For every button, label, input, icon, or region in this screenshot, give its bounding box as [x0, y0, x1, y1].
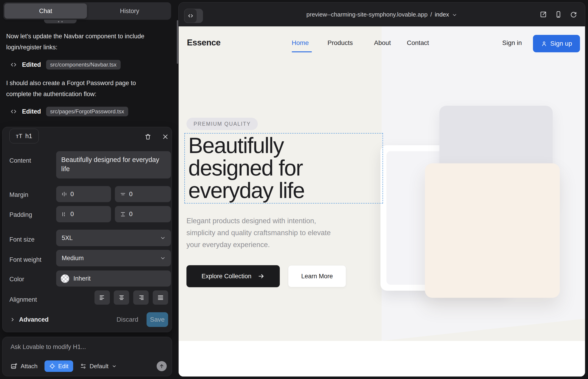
margin-x-input[interactable]: 0 — [56, 186, 111, 202]
url-host: preview--charming-site-symphony.lovable.… — [306, 11, 428, 18]
font-size-label: Font size — [9, 236, 35, 243]
code-icon — [10, 61, 17, 68]
attach-label: Attach — [21, 363, 38, 370]
font-size-select[interactable]: 5XL — [56, 230, 171, 246]
advanced-label: Advanced — [19, 316, 49, 323]
discard-button[interactable]: Discard — [117, 316, 138, 323]
sign-in-link[interactable]: Sign in — [502, 39, 522, 47]
chevron-right-icon — [10, 317, 15, 322]
nav-link-products[interactable]: Products — [327, 39, 353, 47]
sign-up-label: Sign up — [550, 40, 572, 47]
margin-vertical-icon — [120, 191, 126, 197]
align-right-button[interactable] — [133, 290, 149, 305]
url-separator: / — [431, 11, 432, 18]
close-editor-button[interactable] — [161, 133, 170, 141]
open-external-button[interactable] — [540, 11, 547, 18]
edited-file-chip[interactable]: src/pages/ForgotPassword.tsx — [46, 107, 128, 116]
nav-link-home[interactable]: Home — [292, 39, 309, 47]
chevron-down-icon — [112, 364, 117, 369]
nav-link-contact[interactable]: Contact — [407, 39, 429, 47]
refresh-button[interactable] — [570, 11, 577, 18]
edited-label: Edited — [22, 108, 41, 115]
chevron-down-icon — [452, 12, 457, 18]
margin-x-value: 0 — [70, 191, 74, 198]
padding-y-input[interactable]: 0 — [115, 206, 171, 222]
assistant-message: I should also create a Forgot Password p… — [6, 78, 154, 100]
edit-label: Edit — [58, 363, 69, 370]
default-mode-select[interactable]: Default — [80, 363, 117, 370]
margin-horizontal-icon — [61, 191, 67, 197]
padding-y-value: 0 — [129, 211, 133, 218]
assistant-message: Now let's update the Navbar component to… — [6, 31, 154, 53]
align-center-icon — [118, 294, 125, 301]
margin-label: Margin — [9, 191, 29, 198]
url-bar[interactable]: preview--charming-site-symphony.lovable.… — [179, 2, 585, 26]
save-button[interactable]: Save — [147, 312, 168, 327]
align-left-button[interactable] — [94, 290, 110, 305]
explore-collection-label: Explore Collection — [201, 273, 252, 280]
margin-y-input[interactable]: 0 — [115, 186, 171, 202]
padding-label: Padding — [9, 211, 32, 218]
content-input[interactable]: Beautifully designed for everyday life — [56, 151, 171, 178]
align-center-button[interactable] — [114, 290, 129, 305]
color-picker[interactable]: Inherit — [56, 270, 171, 286]
advanced-toggle[interactable]: Advanced — [10, 316, 49, 323]
tab-chat[interactable]: Chat — [4, 3, 87, 19]
hero-cta-row: Explore Collection Learn More — [186, 265, 346, 287]
sign-up-button[interactable]: Sign up — [533, 35, 580, 52]
premium-badge: PREMIUM QUALITY — [186, 118, 258, 130]
composer-toolbar: Attach Edit Default — [11, 360, 167, 372]
alignment-label: Alignment — [9, 296, 37, 303]
delete-element-button[interactable] — [144, 133, 152, 141]
chevron-down-icon — [160, 255, 166, 261]
mobile-device-icon — [555, 11, 562, 18]
site-viewport: Essence Home Products About Contact Sign… — [179, 26, 585, 377]
external-link-icon — [540, 11, 547, 18]
align-right-icon — [138, 294, 144, 301]
prompt-input[interactable] — [11, 344, 164, 357]
chat-scrollbar[interactable] — [177, 20, 178, 64]
font-weight-value: Medium — [62, 255, 84, 262]
color-value: Inherit — [73, 275, 91, 282]
font-weight-select[interactable]: Medium — [56, 250, 171, 266]
explore-collection-button[interactable]: Explore Collection — [186, 265, 280, 287]
padding-x-input[interactable]: 0 — [56, 206, 111, 222]
user-icon — [541, 41, 547, 47]
close-icon — [162, 134, 169, 140]
color-swatch — [61, 274, 69, 283]
selected-element-tag[interactable]: тT h1 — [9, 129, 39, 143]
edit-mode-button[interactable]: Edit — [45, 360, 73, 372]
browser-actions — [540, 2, 577, 26]
chat-history-tabs: Chat History — [3, 2, 171, 20]
element-editor-panel: тT h1 Content Beautifully designed for e… — [2, 127, 172, 332]
padding-x-value: 0 — [70, 211, 74, 218]
default-label: Default — [90, 363, 108, 370]
attach-button[interactable]: Attach — [11, 363, 38, 370]
send-button[interactable] — [157, 361, 167, 371]
nav-link-about[interactable]: About — [374, 39, 391, 47]
chat-panel: Chat History Now let's update the Navbar… — [0, 0, 178, 379]
tab-history[interactable]: History — [88, 2, 171, 20]
align-justify-button[interactable] — [153, 290, 168, 305]
edited-label: Edited — [22, 61, 41, 68]
content-label: Content — [9, 157, 31, 164]
font-size-value: 5XL — [62, 235, 73, 242]
edited-file-row: Edited src/pages/ForgotPassword.tsx — [10, 106, 128, 117]
align-left-icon — [99, 294, 106, 301]
site-logo[interactable]: Essence — [187, 38, 221, 47]
font-weight-label: Font weight — [9, 256, 42, 263]
padding-vertical-icon — [120, 211, 126, 217]
learn-more-button[interactable]: Learn More — [288, 265, 346, 287]
element-tag-label: h1 — [25, 133, 32, 140]
sliders-icon — [80, 363, 86, 369]
hero-headline[interactable]: Beautifully designed for everyday life — [188, 134, 344, 202]
align-justify-icon — [157, 294, 164, 301]
lovable-app: Chat History Now let's update the Navbar… — [0, 0, 588, 379]
trash-icon — [144, 133, 151, 140]
mobile-view-button[interactable] — [555, 11, 562, 18]
editor-footer: Advanced Discard Save — [10, 312, 168, 327]
image-plus-icon — [11, 363, 17, 370]
nav-active-indicator — [292, 51, 312, 52]
typography-icon: тT — [16, 133, 23, 140]
edited-file-chip[interactable]: src/components/Navbar.tsx — [46, 60, 121, 69]
